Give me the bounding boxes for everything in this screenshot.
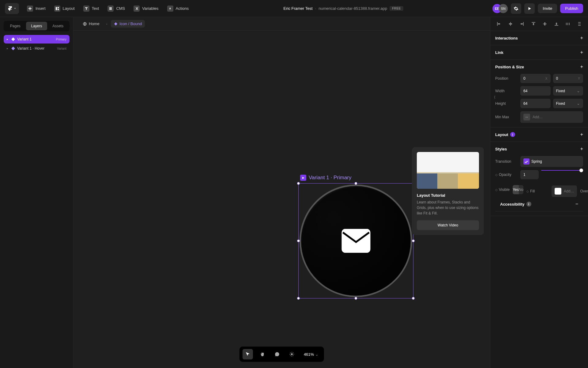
height-mode-dropdown[interactable]: Fixed	[553, 99, 583, 108]
tutorial-tooltip: Layout Tutorial Learn about Frames, Stac…	[412, 147, 484, 235]
info-icon[interactable]: i	[526, 202, 531, 207]
canvas-area[interactable]: Home › Icon / Bound ▶ Variant 1 · Primar…	[74, 17, 490, 368]
layer-variant-1[interactable]: ▸ Variant 1 Primary	[4, 35, 70, 44]
main-menu-button[interactable]	[5, 3, 19, 14]
add-link-button[interactable]: +	[580, 50, 583, 55]
keyframe-icon[interactable]: ◇	[526, 190, 529, 193]
align-bottom[interactable]	[553, 20, 560, 28]
invite-button[interactable]: Invite	[538, 4, 557, 13]
position-label: Position	[495, 76, 517, 81]
hand-icon	[260, 351, 265, 357]
play-icon	[527, 6, 532, 11]
add-style-button[interactable]: +	[580, 146, 583, 152]
resize-handle-bm[interactable]	[355, 297, 357, 300]
svg-rect-19	[556, 23, 557, 25]
minmax-input[interactable]: ↔ Add…	[520, 111, 583, 123]
resize-handle-tl[interactable]	[297, 182, 300, 185]
text-label: Text	[92, 6, 99, 11]
fill-input[interactable]: Add…	[552, 185, 577, 197]
svg-rect-23	[578, 22, 581, 23]
add-interaction-button[interactable]: +	[580, 35, 583, 41]
tutorial-title: Layout Tutorial	[417, 193, 479, 198]
framer-logo-icon	[7, 6, 13, 11]
left-panel: Pages Layers Assets ▸ Variant 1 Primary …	[0, 17, 74, 368]
resize-handle-ml[interactable]	[297, 240, 300, 242]
breadcrumb: Home › Icon / Bound	[74, 17, 490, 31]
collapse-accessibility-button[interactable]: −	[575, 201, 578, 207]
visible-no[interactable]: No	[519, 185, 523, 194]
distribute-v[interactable]	[576, 20, 583, 28]
settings-button[interactable]	[511, 3, 521, 14]
selection-box[interactable]	[298, 183, 413, 298]
width-mode-dropdown[interactable]: Fixed	[553, 86, 583, 96]
transition-label: Transition	[495, 159, 517, 164]
publish-button[interactable]: Publish	[560, 4, 583, 13]
text-icon	[83, 6, 89, 12]
align-right[interactable]	[518, 20, 526, 28]
svg-rect-14	[532, 22, 535, 23]
variables-menu[interactable]: Variables	[130, 4, 161, 13]
text-menu[interactable]: Text	[80, 4, 102, 13]
component-icon	[11, 46, 15, 51]
actions-menu[interactable]: Actions	[164, 4, 192, 13]
variables-icon	[134, 6, 140, 12]
visible-yes[interactable]: Yes	[513, 185, 519, 194]
transition-input[interactable]: Spring	[520, 156, 583, 167]
hand-tool[interactable]	[257, 349, 268, 359]
tutorial-thumbnail	[417, 152, 479, 189]
width-input[interactable]: 64	[520, 86, 551, 96]
resize-handle-tm[interactable]	[355, 182, 357, 185]
resize-handle-mr[interactable]	[412, 240, 415, 242]
align-top[interactable]	[530, 20, 537, 28]
zoom-value: 461%	[304, 352, 314, 357]
opacity-label: Opacity	[499, 173, 511, 177]
distribute-h[interactable]	[564, 20, 571, 28]
opacity-slider[interactable]	[541, 170, 583, 171]
keyframe-icon[interactable]: ◇	[495, 188, 498, 192]
svg-rect-2	[58, 9, 59, 10]
add-layout-button[interactable]: +	[580, 132, 583, 137]
position-y-input[interactable]: 0Y	[553, 74, 583, 83]
info-icon[interactable]: i	[510, 132, 515, 137]
theme-tool[interactable]	[287, 349, 297, 359]
minmax-icon: ↔	[523, 114, 530, 120]
gear-icon	[514, 6, 518, 11]
svg-rect-17	[544, 22, 545, 25]
preview-button[interactable]	[524, 3, 535, 14]
plus-icon	[27, 6, 33, 12]
align-center-v[interactable]	[541, 20, 548, 28]
align-center-h[interactable]	[507, 20, 514, 28]
avatar-user-2[interactable]: SN	[499, 4, 508, 13]
svg-rect-1	[58, 7, 59, 8]
cms-icon	[107, 6, 114, 12]
breadcrumb-component[interactable]: Icon / Bound	[111, 20, 145, 28]
selection-label[interactable]: ▶ Variant 1 · Primary	[300, 175, 352, 181]
watch-video-button[interactable]: Watch Video	[417, 220, 479, 230]
visible-segment: Yes No	[513, 185, 523, 194]
project-title[interactable]: Eric Framer Test · numerical-calendar-85…	[194, 6, 492, 11]
layer-variant-1-hover[interactable]: ▸ Variant 1 · Hover Variant	[4, 44, 70, 53]
tab-pages[interactable]: Pages	[5, 22, 26, 30]
lock-icon[interactable]: ⟨	[494, 95, 496, 99]
spring-icon	[523, 158, 530, 165]
breadcrumb-home[interactable]: Home	[80, 20, 103, 28]
height-input[interactable]: 64	[520, 99, 551, 108]
position-x-input[interactable]: 0X	[520, 74, 551, 83]
project-url: numerical-calendar-851388.framer.app	[318, 6, 387, 11]
resize-handle-br[interactable]	[412, 297, 415, 300]
zoom-control[interactable]: 461% ⌄	[301, 352, 321, 357]
layer-name: Variant 1	[17, 37, 54, 41]
layout-menu[interactable]: Layout	[51, 4, 78, 13]
opacity-input[interactable]: 1	[520, 170, 539, 179]
keyframe-icon[interactable]: ◇	[495, 173, 498, 176]
align-left[interactable]	[495, 20, 503, 28]
select-tool[interactable]	[243, 349, 253, 359]
cms-menu[interactable]: CMS	[104, 4, 128, 13]
insert-menu[interactable]: Insert	[24, 4, 49, 13]
tab-assets[interactable]: Assets	[47, 22, 69, 30]
comment-tool[interactable]	[272, 349, 282, 359]
add-position-button[interactable]: +	[580, 64, 583, 70]
tab-layers[interactable]: Layers	[26, 22, 47, 30]
resize-handle-bl[interactable]	[297, 297, 300, 300]
section-layout-title: Layout	[495, 132, 508, 137]
